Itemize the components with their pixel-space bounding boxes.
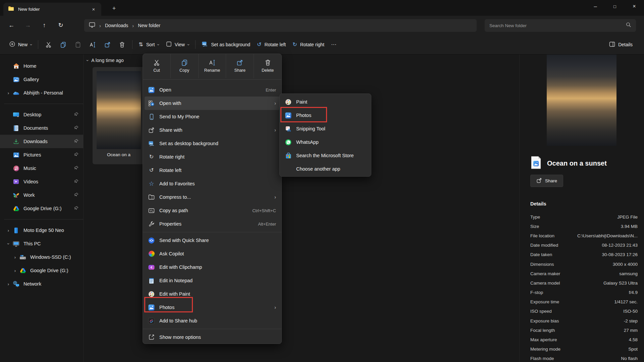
sidebar-item-pictures[interactable]: Pictures [0, 148, 83, 162]
detail-row-f-stop: F-stopf/4.9 [530, 288, 638, 297]
chevron-down-icon: › [156, 44, 161, 45]
sidebar-item-this-pc[interactable]: › This PC [0, 237, 83, 250]
cut-quick-action[interactable]: Cut [143, 54, 170, 78]
menu-item-edit-with-clipchamp[interactable]: Edit with Clipchamp [145, 260, 280, 274]
share-button-toolbar[interactable] [100, 38, 115, 51]
chevron-right-icon[interactable]: › [11, 268, 19, 273]
details-pane-toggle[interactable]: Details [606, 38, 636, 51]
sidebar-item-google-drive-pc[interactable]: › Google Drive (G:) [0, 264, 83, 277]
rename-button[interactable] [85, 38, 100, 51]
submenu-item-choose-another-app[interactable]: Choose another app [281, 162, 369, 176]
chevron-right-icon[interactable]: › [4, 282, 13, 287]
sidebar-item-desktop[interactable]: Desktop [0, 108, 83, 121]
chevron-right-icon[interactable]: › [4, 228, 13, 233]
menu-item-rotate-right[interactable]: ↻ Rotate right [145, 150, 280, 164]
search-box[interactable] [485, 19, 636, 32]
menu-item-ask-copilot[interactable]: Ask Copilot [145, 247, 280, 260]
submenu-arrow-icon: › [274, 101, 276, 106]
minimize-button[interactable]: ─ [586, 0, 605, 13]
sidebar-item-work[interactable]: Work [0, 188, 83, 202]
sidebar-item-network[interactable]: › Network [0, 277, 83, 291]
chevron-right-icon[interactable]: › [4, 90, 13, 96]
sidebar-item-music[interactable]: Music [0, 162, 83, 175]
detail-row-size: Size3.94 MB [530, 222, 638, 231]
menu-item-properties[interactable]: Properties Alt+Enter [145, 217, 280, 231]
submenu-item-search-microsoft-store[interactable]: Search the Microsoft Store [281, 149, 369, 162]
copy-button[interactable] [56, 38, 70, 51]
microsoft-store-icon [285, 153, 291, 159]
menu-item-compress-to[interactable]: Compress to... › [145, 190, 280, 204]
sidebar-item-downloads[interactable]: Downloads [0, 135, 83, 148]
back-button[interactable]: ← [5, 19, 18, 32]
menu-item-open[interactable]: Open Enter [145, 83, 280, 97]
rotate-left-button[interactable]: ↺ Rotate left [254, 38, 289, 51]
menu-item-send-to-my-phone[interactable]: Send to My Phone [145, 110, 280, 123]
copy-quick-action[interactable]: Copy [170, 54, 198, 78]
submenu-item-snipping-tool[interactable]: Snipping Tool [281, 122, 369, 135]
explorer-tab[interactable]: New folder × [3, 3, 101, 16]
cut-button[interactable] [41, 38, 56, 51]
detail-row-focal-length: Focal length27 mm [530, 325, 638, 335]
submenu-item-whatsapp[interactable]: WhatsApp [281, 135, 369, 149]
view-icon [166, 41, 172, 48]
menu-item-rotate-left[interactable]: ↺ Rotate left [145, 164, 280, 177]
sidebar-item-windows-ssd[interactable]: › Windows-SSD (C:) [0, 250, 83, 264]
search-input[interactable] [485, 23, 626, 28]
breadcrumb[interactable]: › Downloads › New folder [84, 19, 477, 32]
pin-icon [74, 125, 78, 131]
this-pc-icon [89, 22, 95, 29]
menu-item-add-to-favorites[interactable]: ☆ Add to Favorites [145, 177, 280, 190]
more-options-button[interactable]: ⋯ [328, 38, 340, 51]
preview-photo [547, 55, 616, 146]
breadcrumb-new-folder[interactable]: New folder [138, 23, 160, 28]
chevron-right-icon[interactable]: › [11, 255, 19, 260]
new-button[interactable]: New › [6, 38, 35, 51]
menu-item-copy-as-path[interactable]: Copy as path Ctrl+Shift+C [145, 204, 280, 217]
downloads-icon [13, 138, 19, 145]
delete-button[interactable] [115, 38, 129, 51]
details-pane: Ocean on a sunset Share Details TypeJPEG… [519, 55, 644, 362]
tab-close-icon[interactable]: × [89, 6, 98, 12]
set-as-background-button[interactable]: Set as background [198, 38, 254, 51]
rotate-left-icon: ↺ [148, 167, 155, 174]
sidebar-item-onedrive[interactable]: › Abhijith - Personal [0, 86, 83, 100]
rotate-right-button[interactable]: ↻ Rotate right [289, 38, 328, 51]
delete-quick-action[interactable]: Delete [254, 54, 281, 78]
sort-button[interactable]: ⇅ Sort › [135, 38, 162, 51]
details-pane-icon [609, 42, 615, 48]
sidebar-item-google-drive[interactable]: Google Drive (G:) [0, 202, 83, 215]
menu-item-share-with[interactable]: Share with › [145, 123, 280, 137]
menu-item-set-as-desktop-background[interactable]: Set as desktop background [145, 137, 280, 150]
rename-quick-action[interactable]: Rename [198, 54, 226, 78]
view-button[interactable]: View › [163, 38, 193, 51]
maximize-button[interactable]: □ [605, 0, 625, 13]
sidebar-item-videos[interactable]: Videos [0, 175, 83, 188]
sidebar-item-home[interactable]: Home [0, 59, 83, 73]
menu-item-send-with-quick-share[interactable]: Send with Quick Share [145, 234, 280, 247]
chevron-down-icon: › [29, 44, 34, 45]
sidebar-item-moto-phone[interactable]: › Moto Edge 50 Neo [0, 224, 83, 237]
file-caption: Ocean on a [107, 152, 130, 157]
new-tab-button[interactable]: + [109, 4, 119, 13]
breadcrumb-downloads[interactable]: Downloads [105, 23, 128, 28]
share-button-pane[interactable]: Share [530, 175, 563, 187]
copy-icon [181, 59, 188, 66]
menu-item-edit-in-notepad[interactable]: Edit in Notepad [145, 274, 280, 287]
share-quick-action[interactable]: Share [226, 54, 254, 78]
file-item-ocean-on-a-sunset[interactable]: Ocean on a [93, 67, 145, 164]
close-button[interactable]: × [625, 0, 644, 13]
paste-button[interactable] [70, 38, 85, 51]
menu-item-show-more-options[interactable]: Show more options [145, 330, 280, 344]
new-plus-icon [9, 41, 15, 48]
preview-file-title: Ocean on a sunset [547, 160, 607, 167]
refresh-button[interactable]: ↻ [54, 19, 67, 32]
detail-row-iso-speed: ISO speedISO-50 [530, 307, 638, 316]
sidebar-item-documents[interactable]: Documents [0, 121, 83, 135]
menu-item-open-with[interactable]: Open with › [145, 97, 280, 110]
submenu-item-paint[interactable]: Paint [281, 95, 369, 109]
group-header-a-long-time-ago[interactable]: › A long time ago [87, 58, 124, 63]
sidebar-item-gallery[interactable]: Gallery [0, 73, 83, 86]
menu-item-add-to-share-hub[interactable]: Add to Share hub [145, 314, 280, 327]
forward-button[interactable]: → [21, 19, 35, 32]
up-button[interactable]: ↑ [38, 19, 51, 32]
